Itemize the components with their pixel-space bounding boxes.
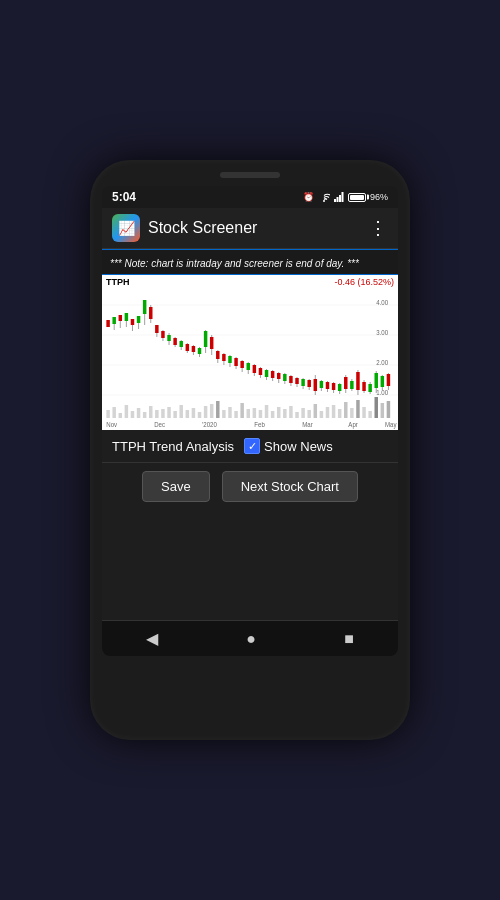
svg-rect-28 — [216, 401, 219, 418]
svg-text:3.00: 3.00 — [376, 329, 388, 336]
save-button[interactable]: Save — [142, 471, 210, 502]
svg-text:May: May — [385, 421, 397, 430]
app-header: 📈 Stock Screener ⋮ — [102, 208, 398, 249]
alarm-icon: ⏰ — [303, 192, 314, 202]
battery-indicator — [348, 193, 366, 202]
svg-text:Mar: Mar — [302, 421, 313, 428]
svg-rect-74 — [155, 325, 158, 333]
svg-rect-31 — [234, 411, 237, 418]
svg-rect-11 — [112, 407, 115, 418]
svg-rect-138 — [350, 381, 353, 389]
svg-rect-120 — [295, 378, 298, 384]
svg-rect-144 — [368, 384, 371, 392]
svg-rect-26 — [204, 406, 207, 418]
svg-rect-15 — [137, 408, 140, 418]
svg-rect-132 — [332, 383, 335, 390]
chart-svg: Nov Dec '2020 Feb Mar Apr May 4.00 3.00 … — [102, 275, 398, 430]
phone-speaker — [220, 172, 280, 178]
battery-pct: 96% — [370, 192, 388, 202]
show-news-checkbox[interactable]: ✓ — [244, 438, 260, 454]
buttons-row: Save Next Stock Chart — [102, 463, 398, 510]
svg-rect-98 — [228, 356, 231, 363]
svg-rect-66 — [131, 319, 134, 325]
svg-rect-36 — [265, 405, 268, 418]
menu-button[interactable]: ⋮ — [369, 217, 388, 239]
phone-device: 5:04 ⏰ — [90, 160, 410, 740]
svg-text:Dec: Dec — [154, 421, 165, 428]
svg-rect-44 — [314, 404, 317, 418]
wifi-icon — [318, 192, 330, 202]
show-news-label: Show News — [264, 439, 333, 454]
svg-rect-62 — [119, 315, 122, 321]
svg-rect-142 — [362, 382, 365, 391]
note-text: *** Note: chart is intraday and screener… — [110, 258, 359, 269]
svg-rect-20 — [167, 407, 170, 418]
svg-rect-136 — [344, 377, 347, 389]
note-bar: *** Note: chart is intraday and screener… — [102, 249, 398, 275]
svg-rect-70 — [143, 300, 146, 314]
svg-rect-40 — [289, 406, 292, 418]
show-news-area[interactable]: ✓ Show News — [244, 438, 333, 454]
svg-rect-34 — [253, 408, 256, 418]
svg-rect-17 — [149, 406, 152, 418]
svg-rect-114 — [277, 373, 280, 379]
svg-rect-88 — [198, 348, 201, 354]
svg-rect-55 — [381, 403, 384, 418]
svg-rect-53 — [368, 411, 371, 418]
svg-rect-64 — [125, 313, 128, 321]
svg-rect-22 — [179, 405, 182, 418]
back-button[interactable]: ◀ — [126, 623, 178, 654]
svg-rect-29 — [222, 410, 225, 418]
svg-rect-146 — [374, 373, 377, 388]
svg-rect-12 — [119, 413, 122, 418]
svg-rect-33 — [247, 409, 250, 418]
svg-rect-2 — [336, 197, 338, 202]
svg-rect-47 — [332, 405, 335, 418]
svg-text:'2020: '2020 — [202, 421, 217, 428]
svg-point-0 — [323, 200, 325, 202]
svg-rect-140 — [356, 372, 359, 390]
svg-rect-104 — [247, 363, 250, 370]
svg-rect-82 — [179, 341, 182, 347]
svg-rect-38 — [277, 407, 280, 418]
svg-rect-58 — [106, 320, 109, 327]
svg-rect-45 — [320, 411, 323, 418]
app-icon: 📈 — [112, 214, 140, 242]
svg-rect-80 — [173, 338, 176, 345]
svg-rect-68 — [137, 316, 140, 323]
svg-rect-10 — [106, 410, 109, 418]
app-title: Stock Screener — [148, 219, 361, 237]
home-button[interactable]: ● — [226, 624, 276, 654]
status-time: 5:04 — [112, 190, 136, 204]
svg-rect-78 — [167, 335, 170, 341]
svg-rect-100 — [234, 358, 237, 366]
main-content — [102, 510, 398, 612]
signal-icon — [334, 192, 344, 202]
svg-rect-116 — [283, 374, 286, 381]
svg-rect-35 — [259, 410, 262, 418]
svg-rect-49 — [344, 402, 347, 418]
next-stock-button[interactable]: Next Stock Chart — [222, 471, 358, 502]
svg-rect-150 — [387, 374, 390, 386]
svg-rect-39 — [283, 409, 286, 418]
svg-text:Nov: Nov — [106, 421, 117, 428]
svg-rect-108 — [259, 368, 262, 375]
svg-rect-32 — [240, 403, 243, 418]
recent-button[interactable]: ■ — [324, 624, 374, 654]
trend-label: TTPH Trend Analysis — [112, 439, 234, 454]
svg-rect-126 — [314, 379, 317, 391]
svg-text:1.00: 1.00 — [376, 389, 388, 396]
svg-rect-42 — [301, 408, 304, 418]
svg-rect-21 — [173, 411, 176, 418]
svg-rect-30 — [228, 407, 231, 418]
stock-chart: TTPH -0.46 (16.52%) — [102, 275, 398, 430]
svg-rect-102 — [240, 361, 243, 368]
svg-rect-51 — [356, 400, 359, 418]
svg-rect-76 — [161, 331, 164, 338]
svg-rect-94 — [216, 351, 219, 359]
svg-rect-84 — [186, 344, 189, 351]
status-bar: 5:04 ⏰ — [102, 186, 398, 208]
svg-rect-134 — [338, 384, 341, 391]
svg-rect-24 — [192, 408, 195, 418]
svg-text:2.00: 2.00 — [376, 359, 388, 366]
